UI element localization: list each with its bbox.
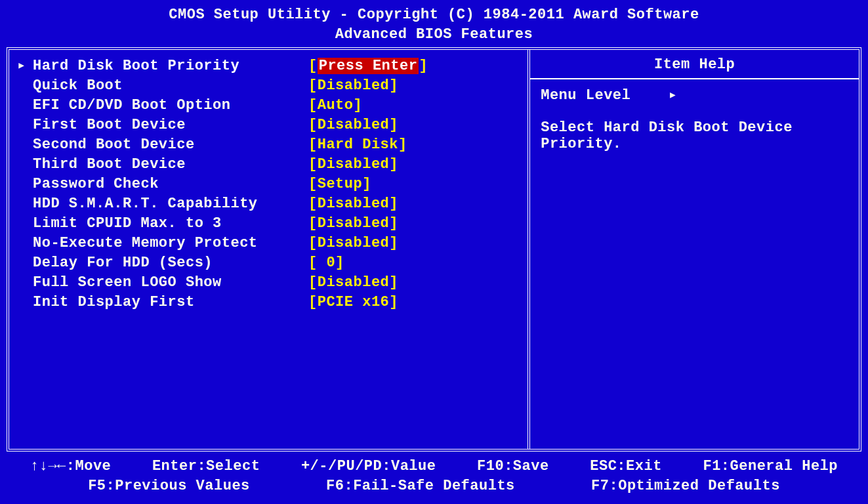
- help-pane: Item Help Menu Level ▸ Select Hard Disk …: [530, 50, 859, 449]
- hint-value: +/-/PU/PD:Value: [301, 457, 436, 476]
- cursor-icon: [13, 234, 33, 253]
- setting-value[interactable]: [Disabled]: [308, 214, 398, 234]
- bracket-open: [: [308, 215, 318, 232]
- cursor-icon: [13, 194, 33, 214]
- menu-level-label: Menu Level: [541, 87, 630, 104]
- hint-previous-values: F5:Previous Values: [88, 476, 250, 496]
- hint-help: F1:General Help: [703, 457, 838, 476]
- hint-failsafe-defaults: F6:Fail-Safe Defaults: [326, 476, 515, 496]
- bracket-close: ]: [362, 176, 371, 192]
- bracket-close: ]: [335, 255, 344, 271]
- settings-list[interactable]: ▸Hard Disk Boot Priority[Press Enter] Qu…: [9, 50, 530, 449]
- setting-value[interactable]: [Disabled]: [308, 116, 398, 135]
- hint-save: F10:Save: [477, 457, 549, 476]
- setting-label: EFI CD/DVD Boot Option: [33, 96, 308, 116]
- setting-label: Third Boot Device: [33, 155, 308, 175]
- setting-row[interactable]: Second Boot Device[Hard Disk]: [13, 135, 522, 155]
- setting-value[interactable]: [Auto]: [308, 96, 362, 116]
- setting-value-text: PCIE x16: [318, 294, 390, 310]
- setting-value-text: Disabled: [318, 235, 390, 251]
- setting-row[interactable]: Password Check[Setup]: [13, 175, 522, 194]
- setting-row[interactable]: HDD S.M.A.R.T. Capability[Disabled]: [13, 194, 522, 214]
- cursor-icon: [13, 214, 33, 234]
- setting-row[interactable]: Delay For HDD (Secs)[ 0]: [13, 253, 522, 273]
- setting-row[interactable]: Quick Boot[Disabled]: [13, 76, 522, 96]
- setting-value[interactable]: [Disabled]: [308, 194, 398, 214]
- setting-value[interactable]: [Disabled]: [308, 234, 398, 253]
- setting-row[interactable]: Full Screen LOGO Show[Disabled]: [13, 273, 522, 293]
- bracket-open: [: [308, 136, 318, 153]
- setting-label: Quick Boot: [33, 76, 308, 96]
- setting-label: HDD S.M.A.R.T. Capability: [33, 194, 308, 214]
- setting-value[interactable]: [Setup]: [308, 175, 371, 194]
- hint-optimized-defaults: F7:Optimized Defaults: [591, 476, 780, 496]
- setting-value[interactable]: [PCIE x16]: [308, 293, 398, 312]
- cursor-icon: [13, 135, 33, 155]
- bracket-close: ]: [389, 117, 398, 133]
- setting-row[interactable]: Third Boot Device[Disabled]: [13, 155, 522, 175]
- setting-value-text: Hard Disk: [318, 136, 398, 153]
- cursor-icon: [13, 116, 33, 135]
- setting-value[interactable]: [Disabled]: [308, 76, 398, 96]
- header-line-1: CMOS Setup Utility - Copyright (C) 1984-…: [4, 5, 864, 25]
- setting-value-text: Disabled: [318, 77, 390, 94]
- bracket-open: [: [308, 196, 318, 212]
- bracket-close: ]: [389, 235, 398, 251]
- bracket-close: ]: [389, 215, 398, 232]
- setting-value[interactable]: [Hard Disk]: [308, 135, 407, 155]
- bracket-open: [: [308, 117, 318, 133]
- setting-value-text: Disabled: [318, 196, 390, 212]
- help-title: Item Help: [530, 50, 859, 79]
- cursor-icon: [13, 253, 33, 273]
- cursor-icon: [13, 273, 33, 293]
- help-body: Menu Level ▸ Select Hard Disk Boot Devic…: [530, 79, 859, 159]
- setting-value[interactable]: [Press Enter]: [308, 56, 428, 76]
- bracket-open: [: [308, 156, 318, 173]
- setting-row[interactable]: EFI CD/DVD Boot Option[Auto]: [13, 96, 522, 116]
- bracket-open: [: [308, 58, 318, 74]
- bracket-open: [: [308, 176, 318, 192]
- footer-hints: ↑↓→←:Move Enter:Select +/-/PU/PD:Value F…: [4, 455, 864, 500]
- bracket-close: ]: [389, 274, 398, 291]
- setting-label: Delay For HDD (Secs): [33, 253, 308, 273]
- help-text: Select Hard Disk Boot Device Priority.: [541, 119, 848, 152]
- setting-label: Init Display First: [33, 293, 308, 312]
- cursor-icon: [13, 175, 33, 194]
- bracket-close: ]: [389, 156, 398, 173]
- setting-value-text: Setup: [318, 176, 363, 192]
- setting-value-text: Disabled: [318, 274, 390, 291]
- hint-exit: ESC:Exit: [590, 457, 662, 476]
- setting-value-text: Disabled: [318, 215, 390, 232]
- setting-label: First Boot Device: [33, 116, 308, 135]
- bracket-open: [: [308, 235, 318, 251]
- setting-label: Second Boot Device: [33, 135, 308, 155]
- setting-value-text: Disabled: [318, 156, 390, 173]
- menu-level: Menu Level ▸: [541, 86, 848, 104]
- setting-row[interactable]: No-Execute Memory Protect[Disabled]: [13, 234, 522, 253]
- cursor-icon: ▸: [13, 56, 33, 76]
- setting-label: No-Execute Memory Protect: [33, 234, 308, 253]
- setting-label: Limit CPUID Max. to 3: [33, 214, 308, 234]
- bracket-open: [: [308, 255, 318, 271]
- cursor-icon: [13, 76, 33, 96]
- setting-row[interactable]: Init Display First[PCIE x16]: [13, 293, 522, 312]
- triangle-right-icon: ▸: [669, 86, 678, 104]
- header-line-2: Advanced BIOS Features: [4, 25, 864, 45]
- setting-value[interactable]: [ 0]: [308, 253, 344, 273]
- setting-row[interactable]: Limit CPUID Max. to 3[Disabled]: [13, 214, 522, 234]
- setting-value[interactable]: [Disabled]: [308, 273, 398, 293]
- setting-value-text: Press Enter: [318, 58, 419, 74]
- bracket-close: ]: [389, 294, 398, 310]
- setting-label: Full Screen LOGO Show: [33, 273, 308, 293]
- bracket-close: ]: [354, 97, 363, 114]
- bracket-open: [: [308, 77, 318, 94]
- bracket-close: ]: [419, 58, 428, 74]
- setting-row[interactable]: ▸Hard Disk Boot Priority[Press Enter]: [13, 56, 522, 76]
- bracket-close: ]: [389, 196, 398, 212]
- bios-header: CMOS Setup Utility - Copyright (C) 1984-…: [4, 4, 864, 46]
- setting-value-text: Auto: [318, 97, 354, 114]
- cursor-icon: [13, 96, 33, 116]
- setting-value-text: 0: [318, 255, 335, 271]
- setting-value[interactable]: [Disabled]: [308, 155, 398, 175]
- setting-row[interactable]: First Boot Device[Disabled]: [13, 116, 522, 135]
